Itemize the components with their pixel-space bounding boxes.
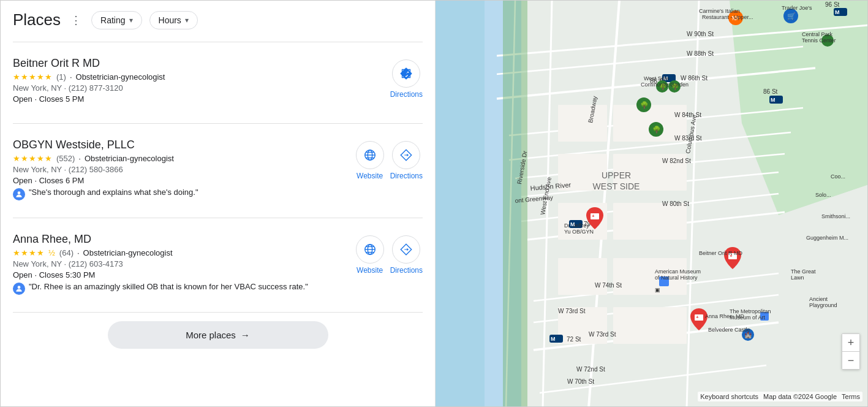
app-container: Places ⋮ Rating ▾ Hours ▾ Beitner Orit R… bbox=[1, 1, 867, 406]
map-footer: Keyboard shortcuts Map data ©2024 Google… bbox=[698, 392, 862, 401]
rating-filter-button[interactable]: Rating ▾ bbox=[91, 11, 142, 29]
directions-circle-2 bbox=[392, 141, 420, 169]
svg-text:M: M bbox=[835, 9, 840, 15]
svg-text:Yu OB/GYN: Yu OB/GYN bbox=[564, 229, 594, 235]
zoom-in-button[interactable]: + bbox=[842, 334, 859, 351]
place-type-3: Obstetrician-gynecologist bbox=[83, 248, 173, 257]
review-text-2: "She's thorough and explains what she's … bbox=[29, 188, 198, 197]
website-button-3[interactable]: Website bbox=[356, 235, 384, 275]
svg-text:W 82nd St: W 82nd St bbox=[662, 158, 691, 164]
directions-icon-3 bbox=[399, 243, 413, 256]
svg-text:The Great: The Great bbox=[791, 268, 816, 275]
directions-circle-3 bbox=[392, 235, 420, 264]
keyboard-shortcuts-link[interactable]: Keyboard shortcuts bbox=[700, 393, 758, 400]
directions-label-2: Directions bbox=[390, 172, 423, 180]
place-actions-2: Website Directions bbox=[356, 141, 423, 180]
svg-text:West Side: West Side bbox=[644, 75, 669, 82]
website-circle-2 bbox=[356, 141, 384, 169]
dot-separator-1: · bbox=[70, 72, 72, 82]
place-content-1: Beitner Orit R MD ★★★★★ (1) · Obstetrici… bbox=[13, 57, 423, 104]
svg-text:Central Park: Central Park bbox=[802, 31, 833, 37]
svg-rect-48 bbox=[632, 307, 687, 344]
hours-filter-button[interactable]: Hours ▾ bbox=[149, 11, 198, 29]
svg-text:Carmine's Italian: Carmine's Italian bbox=[699, 8, 740, 14]
svg-text:WEST SIDE: WEST SIDE bbox=[593, 181, 640, 191]
zoom-out-button[interactable]: − bbox=[842, 352, 859, 369]
chevron-down-icon: ▾ bbox=[185, 16, 189, 25]
website-icon-2 bbox=[363, 148, 377, 162]
place-actions-1: Directions bbox=[390, 59, 423, 99]
svg-text:Tennis Center: Tennis Center bbox=[802, 37, 836, 44]
directions-button-1[interactable]: Directions bbox=[390, 59, 423, 99]
svg-text:W 80th St: W 80th St bbox=[662, 200, 689, 207]
svg-text:Playground: Playground bbox=[809, 302, 837, 308]
directions-button-3[interactable]: Directions bbox=[390, 235, 423, 275]
right-panel: W 90th St W 88th St 86 St M W 86th St W … bbox=[436, 1, 867, 406]
divider-1 bbox=[13, 42, 423, 42]
place-hours-1: Open · Closes 5 PM bbox=[13, 94, 349, 104]
svg-text:+: + bbox=[696, 314, 699, 320]
more-places-arrow: → bbox=[241, 330, 250, 340]
directions-button-2[interactable]: Directions bbox=[390, 141, 423, 180]
review-avatar-3 bbox=[13, 283, 25, 295]
place-meta-3: ★★★★ ½ (64) · Obstetrician-gynecologist bbox=[13, 248, 349, 257]
review-avatar-2 bbox=[13, 188, 25, 200]
place-review-2: "She's thorough and explains what she's … bbox=[13, 188, 349, 200]
svg-text:Restaurant - Upper...: Restaurant - Upper... bbox=[702, 14, 753, 20]
svg-text:W 73rd St: W 73rd St bbox=[558, 308, 586, 314]
svg-text:M: M bbox=[551, 336, 556, 342]
directions-icon-2 bbox=[399, 148, 413, 162]
rating-count-3: (64) bbox=[59, 248, 74, 257]
place-type-2: Obstetrician-gynecologist bbox=[85, 154, 174, 163]
more-places-label: More places bbox=[186, 330, 236, 340]
place-meta-1: ★★★★★ (1) · Obstetrician-gynecologist bbox=[13, 72, 349, 82]
more-options-button[interactable]: ⋮ bbox=[68, 11, 84, 29]
stars-1: ★★★★★ bbox=[13, 72, 53, 82]
stars-2: ★★★★★ bbox=[13, 154, 53, 163]
svg-text:72 St: 72 St bbox=[567, 336, 581, 343]
svg-text:🌳: 🌳 bbox=[640, 101, 649, 109]
place-name-1: Beitner Orit R MD bbox=[13, 57, 349, 70]
directions-circle-1 bbox=[392, 59, 420, 88]
svg-text:86 St: 86 St bbox=[763, 88, 778, 95]
svg-text:🛒: 🛒 bbox=[787, 12, 796, 20]
svg-text:Dr. Jeffrey: Dr. Jeffrey bbox=[564, 223, 589, 229]
svg-text:Ancient: Ancient bbox=[809, 296, 828, 302]
dot-separator-2: · bbox=[78, 154, 81, 163]
svg-point-1 bbox=[18, 191, 21, 194]
map-container[interactable]: W 90th St W 88th St 86 St M W 86th St W … bbox=[436, 1, 867, 406]
place-name-3: Anna Rhee, MD bbox=[13, 233, 349, 246]
website-button-2[interactable]: Website bbox=[356, 141, 384, 180]
svg-text:UPPER: UPPER bbox=[602, 170, 631, 180]
svg-rect-34 bbox=[558, 105, 607, 142]
place-name-2: OBGYN Westside, PLLC bbox=[13, 139, 349, 151]
svg-text:96 St: 96 St bbox=[825, 1, 840, 8]
zoom-controls: + − bbox=[842, 333, 860, 370]
website-icon-3 bbox=[363, 243, 377, 256]
place-address-3: New York, NY · (212) 603-4173 bbox=[13, 259, 349, 268]
svg-text:Trader Joe's: Trader Joe's bbox=[782, 5, 812, 11]
svg-rect-40 bbox=[558, 258, 607, 295]
terms-link[interactable]: Terms bbox=[842, 393, 860, 400]
place-type-1: Obstetrician-gynecologist bbox=[76, 72, 165, 82]
place-hours-2: Open · Closes 6 PM bbox=[13, 176, 349, 185]
svg-text:🌳: 🌳 bbox=[652, 125, 661, 134]
svg-text:American Museum: American Museum bbox=[655, 268, 701, 275]
place-meta-2: ★★★★★ (552) · Obstetrician-gynecologist bbox=[13, 154, 349, 163]
rating-count-2: (552) bbox=[56, 154, 75, 163]
svg-rect-46 bbox=[632, 203, 687, 240]
svg-text:W 73rd St: W 73rd St bbox=[589, 331, 616, 338]
directions-icon-1 bbox=[399, 67, 413, 80]
svg-text:M: M bbox=[771, 97, 776, 103]
svg-text:Belvedere Castle: Belvedere Castle bbox=[708, 327, 750, 333]
divider-3 bbox=[13, 218, 423, 218]
svg-text:▣: ▣ bbox=[655, 287, 660, 293]
more-places-button[interactable]: More places → bbox=[108, 321, 328, 349]
place-item-2: OBGYN Westside, PLLC ★★★★★ (552) · Obste… bbox=[13, 132, 423, 209]
dot-separator-3: · bbox=[77, 248, 80, 257]
svg-text:Lawn: Lawn bbox=[791, 275, 804, 281]
svg-text:Coo...: Coo... bbox=[831, 173, 845, 180]
divider-4 bbox=[13, 312, 423, 313]
svg-text:W 86th St: W 86th St bbox=[681, 75, 708, 82]
website-label-3: Website bbox=[357, 266, 383, 275]
